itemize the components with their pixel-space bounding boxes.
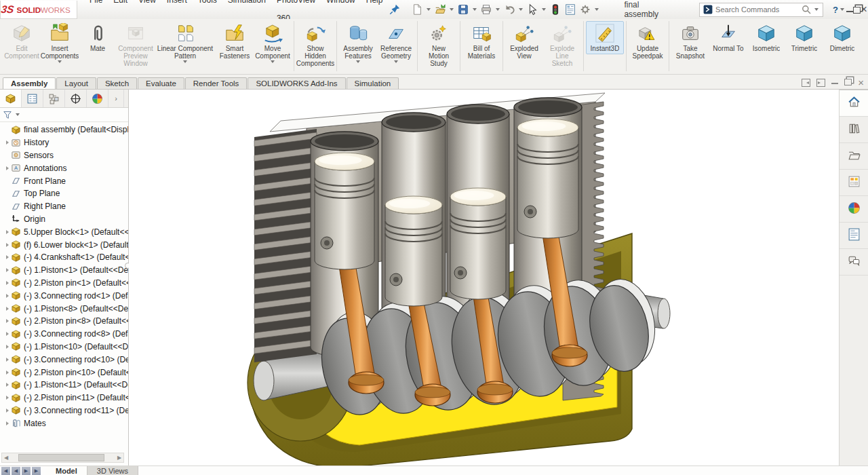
- expand-arrow-icon[interactable]: [3, 140, 11, 145]
- expand-right-pane-icon[interactable]: [816, 79, 825, 87]
- print-icon[interactable]: [479, 3, 493, 16]
- dropdown-caret[interactable]: [183, 60, 187, 63]
- search-input[interactable]: [714, 5, 800, 14]
- scroll-left-icon[interactable]: ◀: [2, 455, 10, 461]
- last-sheet-button[interactable]: ▶: [31, 466, 42, 475]
- expand-arrow-icon[interactable]: [3, 332, 11, 336]
- scrollbar-thumb[interactable]: [18, 454, 104, 461]
- ribbon-button-isometric[interactable]: Isometric: [747, 21, 785, 54]
- custom-properties-button[interactable]: [840, 223, 868, 249]
- ribbon-button-linear-component-pattern[interactable]: Linear Component Pattern: [155, 21, 216, 65]
- next-sheet-button[interactable]: ▶: [21, 466, 31, 475]
- options-gear-icon-caret[interactable]: [595, 8, 599, 11]
- tree-item[interactable]: Sensors: [0, 149, 128, 162]
- ribbon-button-instant3d[interactable]: Instant3D: [586, 21, 624, 54]
- dropdown-caret[interactable]: [356, 60, 360, 63]
- doc-restore-icon[interactable]: [844, 79, 852, 87]
- tree-item[interactable]: Top Plane: [0, 187, 128, 200]
- dimxpertmanager-icon[interactable]: [65, 90, 87, 107]
- expand-arrow-icon[interactable]: [3, 345, 11, 349]
- tree-item[interactable]: (f) 6.Lower block<1> (Default<: [0, 238, 128, 251]
- expand-arrow-icon[interactable]: [3, 243, 11, 247]
- ribbon-button-reference-geometry[interactable]: Reference Geometry: [377, 21, 415, 65]
- open-document-icon[interactable]: [433, 3, 447, 16]
- expand-arrow-icon[interactable]: [3, 421, 11, 425]
- print-icon-caret[interactable]: [496, 8, 500, 11]
- tree-item[interactable]: 5.Upper Block<1> (Default<<D: [0, 225, 128, 238]
- tree-item[interactable]: (-) 2.Piston pin<11> (Default<: [0, 392, 128, 404]
- ribbon-button-new-motion-study[interactable]: New Motion Study: [420, 21, 458, 69]
- expand-arrow-icon[interactable]: [3, 281, 11, 285]
- tree-item[interactable]: Right Plane: [0, 200, 128, 213]
- ribbon-button-mate[interactable]: Mate: [79, 21, 117, 54]
- tree-item[interactable]: (-) 3.Connecting rod<11> (Defa: [0, 404, 128, 417]
- save-icon[interactable]: [456, 3, 470, 16]
- tree-item[interactable]: (-) 3.Connecting rod<8> (Defau: [0, 328, 128, 341]
- tab-sketch[interactable]: Sketch: [97, 77, 137, 89]
- options-gear-icon[interactable]: [578, 3, 592, 16]
- tree-item[interactable]: (-) 2.Piston pin<10> (Default<: [0, 366, 128, 379]
- doc-minimize-icon[interactable]: [831, 79, 838, 87]
- displaymanager-icon[interactable]: [87, 90, 108, 107]
- help-button[interactable]: ?: [833, 5, 838, 15]
- tab-evaluate[interactable]: Evaluate: [138, 77, 184, 89]
- close-button[interactable]: ×: [861, 3, 867, 16]
- file-explorer-button[interactable]: [840, 143, 868, 170]
- magnifier-icon[interactable]: [801, 4, 812, 15]
- tree-horizontal-scrollbar[interactable]: ◀ ▶: [1, 453, 124, 463]
- expand-arrow-icon[interactable]: [3, 166, 11, 170]
- ribbon-button-show-hidden-components[interactable]: Show Hidden Components: [296, 21, 334, 69]
- expand-arrow-icon[interactable]: [3, 255, 11, 259]
- ribbon-button-exploded-view[interactable]: Exploded View: [505, 21, 543, 62]
- configurationmanager-icon[interactable]: [43, 90, 65, 107]
- ribbon-button-insert-components[interactable]: Insert Components: [41, 21, 79, 65]
- tree-item[interactable]: History: [0, 136, 128, 149]
- appearances-button[interactable]: [840, 196, 868, 223]
- collapse-left-pane-icon[interactable]: [802, 79, 810, 87]
- expand-arrow-icon[interactable]: [3, 370, 11, 375]
- tab-simulation[interactable]: Simulation: [347, 77, 399, 89]
- pin-icon[interactable]: [389, 3, 401, 16]
- view-palette-button[interactable]: [840, 170, 868, 196]
- tab-assembly[interactable]: Assembly: [3, 77, 56, 89]
- new-document-icon[interactable]: [410, 3, 424, 16]
- tree-item[interactable]: (-) 1.Piston<1> (Default<<Defa: [0, 264, 128, 277]
- expand-arrow-icon[interactable]: [3, 408, 11, 413]
- open-document-icon-caret[interactable]: [450, 8, 454, 11]
- dropdown-caret[interactable]: [271, 60, 275, 63]
- tree-item[interactable]: (-) 3.Connecting rod<10> (Defa: [0, 353, 128, 366]
- file-properties-icon[interactable]: [564, 3, 577, 16]
- ribbon-button-update-speedpak[interactable]: Update Speedpak: [629, 21, 667, 62]
- new-document-icon-caret[interactable]: [427, 8, 431, 11]
- ribbon-button-trimetric[interactable]: Trimetric: [785, 21, 823, 54]
- scroll-right-icon[interactable]: ▶: [115, 455, 123, 461]
- tree-item[interactable]: (-) 3.Connecting rod<1> (Defau: [0, 289, 128, 302]
- prev-sheet-button[interactable]: ◀: [11, 466, 21, 475]
- expand-arrow-icon[interactable]: [3, 294, 11, 298]
- doc-close-icon[interactable]: ×: [858, 77, 864, 88]
- tab-layout[interactable]: Layout: [56, 77, 96, 89]
- tree-item[interactable]: (-) 1.Piston<11> (Default<<De: [0, 379, 128, 392]
- dropdown-caret[interactable]: [58, 60, 62, 63]
- ribbon-button-assembly-features[interactable]: Assembly Features: [339, 21, 377, 65]
- tree-item[interactable]: (-) 1.Piston<8> (Default<<Defa: [0, 302, 128, 315]
- forum-button[interactable]: [840, 249, 868, 276]
- tree-root-final-assembly[interactable]: final assembly (Default<Display St: [0, 124, 128, 136]
- ribbon-button-move-component[interactable]: Move Component: [254, 21, 292, 65]
- expand-arrow-icon[interactable]: [3, 307, 11, 311]
- ribbon-button-smart-fasteners[interactable]: Smart Fasteners: [216, 21, 254, 62]
- expand-arrow-icon[interactable]: [3, 319, 11, 323]
- tree-item[interactable]: Front Plane: [0, 174, 128, 187]
- rebuild-traffic-light-icon[interactable]: [549, 3, 562, 16]
- save-icon-caret[interactable]: [473, 8, 477, 11]
- undo-icon-caret[interactable]: [519, 8, 523, 11]
- ribbon-button-dimetric[interactable]: Dimetric: [823, 21, 861, 54]
- expand-arrow-icon[interactable]: [3, 396, 11, 400]
- select-cursor-icon[interactable]: [526, 3, 539, 16]
- tree-item[interactable]: Mates: [0, 417, 128, 430]
- ribbon-button-take-snapshot[interactable]: Take Snapshot: [671, 21, 709, 62]
- tree-filter-row[interactable]: [0, 108, 128, 122]
- dropdown-caret[interactable]: [394, 60, 398, 63]
- tree-item[interactable]: Origin: [0, 213, 128, 226]
- featuremanager-tree-icon[interactable]: [0, 90, 22, 107]
